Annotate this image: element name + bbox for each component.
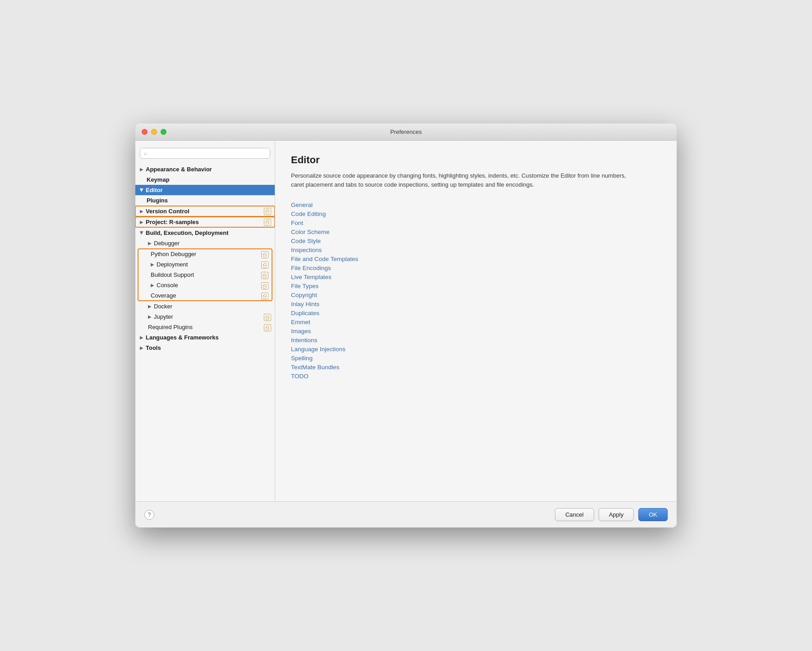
sidebar-group-python: Python Debugger ▶ Deployment [135, 249, 275, 301]
search-wrapper: ⌕ [140, 148, 270, 159]
sidebar-item-debugger[interactable]: ▶ Debugger [135, 238, 275, 248]
svg-rect-5 [264, 253, 266, 255]
sidebar-item-project-r-samples[interactable]: ▶ Project: R-samples [135, 217, 275, 227]
sidebar-item-label: Editor [146, 187, 163, 193]
copy-icon-buildout[interactable] [261, 272, 268, 279]
sidebar-item-tools[interactable]: ▶ Tools [135, 343, 275, 353]
arrow-icon: ▶ [140, 335, 143, 340]
sidebar-item-plugins[interactable]: Plugins [135, 195, 275, 206]
orange-group-build: Python Debugger ▶ Deployment [138, 249, 272, 301]
link-inlay-hints[interactable]: Inlay Hints [291, 301, 661, 307]
arrow-icon: ▶ [151, 283, 154, 288]
link-images[interactable]: Images [291, 328, 661, 335]
arrow-icon: ▶ [148, 304, 152, 309]
arrow-icon: ▶ [140, 345, 143, 350]
svg-rect-11 [264, 284, 266, 286]
sidebar-item-label: Jupyter [154, 313, 173, 320]
titlebar: Preferences [135, 124, 677, 141]
link-intentions[interactable]: Intentions [291, 337, 661, 344]
svg-rect-15 [267, 316, 269, 318]
link-code-style[interactable]: Code Style [291, 238, 661, 244]
ok-button[interactable]: OK [638, 508, 668, 521]
window-title: Preferences [390, 128, 422, 135]
sidebar-item-console[interactable]: ▶ Console [138, 280, 272, 290]
link-inspections[interactable]: Inspections [291, 247, 661, 253]
copy-icon-deployment[interactable] [261, 261, 268, 269]
link-code-editing[interactable]: Code Editing [291, 211, 661, 217]
svg-rect-9 [264, 274, 266, 276]
main-panel: Editor Personalize source code appearanc… [275, 141, 677, 501]
maximize-button[interactable] [161, 129, 166, 135]
sidebar-item-label: Debugger [154, 240, 180, 247]
sidebar-item-docker[interactable]: ▶ Docker [135, 301, 275, 312]
link-duplicates[interactable]: Duplicates [291, 310, 661, 316]
sidebar-item-label: Keymap [147, 176, 170, 183]
sidebar-item-appearance-behavior[interactable]: ▶ Appearance & Behavior [135, 164, 275, 174]
copy-icon-required-plugins[interactable] [264, 324, 271, 331]
main-content: ⌕ ▶ Appearance & Behavior Keymap ▶ [135, 141, 677, 501]
apply-button[interactable]: Apply [599, 508, 634, 521]
sidebar-item-label: Build, Execution, Deployment [146, 229, 228, 236]
copy-icon-version-control[interactable] [264, 208, 271, 215]
sidebar-item-label: Deployment [157, 261, 188, 268]
sidebar-item-label: Appearance & Behavior [146, 166, 212, 173]
link-file-encodings[interactable]: File Encodings [291, 265, 661, 271]
preferences-window: Preferences ⌕ ▶ Appearance & Behavior [135, 124, 677, 527]
sidebar: ⌕ ▶ Appearance & Behavior Keymap ▶ [135, 141, 275, 501]
help-button[interactable]: ? [144, 510, 154, 520]
arrow-icon: ▶ [148, 314, 152, 319]
link-font[interactable]: Font [291, 220, 661, 226]
search-icon: ⌕ [144, 150, 147, 156]
sidebar-item-deployment[interactable]: ▶ Deployment [138, 259, 272, 270]
sidebar-item-label: Docker [154, 303, 172, 310]
link-color-scheme[interactable]: Color Scheme [291, 229, 661, 235]
sidebar-item-python-debugger[interactable]: Python Debugger [138, 249, 272, 259]
sidebar-item-buildout-support[interactable]: Buildout Support [138, 270, 272, 280]
links-list: General Code Editing Font Color Scheme C… [291, 202, 661, 380]
sidebar-item-label: Required Plugins [148, 324, 193, 330]
panel-title: Editor [291, 154, 661, 166]
sidebar-item-version-control[interactable]: ▶ Version Control [135, 206, 275, 216]
sidebar-item-label: Languages & Frameworks [146, 334, 219, 341]
svg-rect-3 [267, 220, 269, 222]
link-file-and-code-templates[interactable]: File and Code Templates [291, 256, 661, 262]
sidebar-item-coverage[interactable]: Coverage [138, 290, 272, 301]
traffic-lights [142, 129, 166, 135]
copy-icon-project[interactable] [264, 219, 271, 226]
nav-tree: ▶ Appearance & Behavior Keymap ▶ Editor … [135, 163, 275, 501]
svg-rect-13 [264, 294, 266, 297]
link-textmate-bundles[interactable]: TextMate Bundles [291, 364, 661, 371]
sidebar-item-label: Coverage [151, 292, 176, 299]
link-emmet[interactable]: Emmet [291, 319, 661, 326]
minimize-button[interactable] [151, 129, 157, 135]
sidebar-item-languages-frameworks[interactable]: ▶ Languages & Frameworks [135, 332, 275, 343]
copy-icon-console[interactable] [261, 282, 268, 289]
arrow-icon: ▶ [139, 188, 144, 192]
close-button[interactable] [142, 129, 148, 135]
sidebar-item-required-plugins[interactable]: Required Plugins [135, 322, 275, 332]
copy-icon-python-debugger[interactable] [261, 251, 268, 258]
sidebar-item-label: Tools [146, 344, 161, 351]
link-language-injections[interactable]: Language Injections [291, 346, 661, 353]
copy-icon-coverage[interactable] [261, 293, 268, 300]
sidebar-item-keymap[interactable]: Keymap [135, 174, 275, 185]
arrow-icon: ▶ [140, 220, 143, 225]
link-live-templates[interactable]: Live Templates [291, 274, 661, 280]
link-file-types[interactable]: File Types [291, 283, 661, 289]
sidebar-group-version-control: ▶ Version Control [135, 206, 275, 216]
link-copyright[interactable]: Copyright [291, 292, 661, 298]
search-input[interactable] [149, 150, 266, 156]
arrow-icon: ▶ [151, 262, 154, 267]
sidebar-item-label: Plugins [147, 197, 168, 204]
copy-icon-jupyter[interactable] [264, 314, 271, 321]
cancel-button[interactable]: Cancel [555, 508, 594, 521]
sidebar-item-editor[interactable]: ▶ Editor [135, 185, 275, 195]
sidebar-item-build-execution[interactable]: ▶ Build, Execution, Deployment [135, 228, 275, 238]
link-general[interactable]: General [291, 202, 661, 208]
sidebar-item-label: Version Control [146, 208, 189, 215]
link-spelling[interactable]: Spelling [291, 355, 661, 362]
link-todo[interactable]: TODO [291, 373, 661, 380]
search-bar: ⌕ [135, 145, 275, 163]
sidebar-item-label: Console [157, 282, 178, 289]
sidebar-item-jupyter[interactable]: ▶ Jupyter [135, 312, 275, 322]
